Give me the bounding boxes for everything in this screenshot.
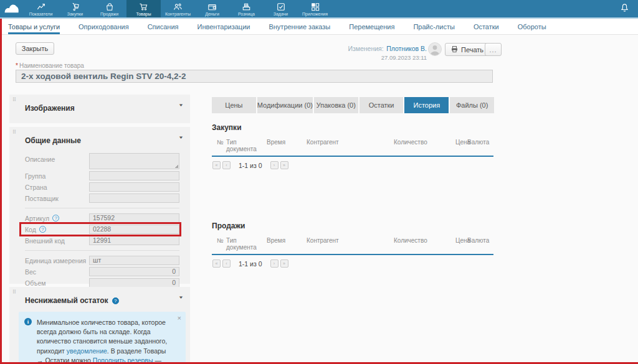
collapse-caret-icon[interactable] bbox=[178, 102, 184, 108]
subtab-stock[interactable]: Остатки bbox=[474, 20, 499, 34]
code-input[interactable]: 02288 bbox=[89, 225, 179, 234]
nav-item-counterparties[interactable]: Контрагенты bbox=[161, 0, 195, 17]
field-volume: Объем 0 bbox=[25, 278, 179, 287]
annotation-left-line bbox=[0, 19, 2, 364]
help-icon[interactable] bbox=[52, 215, 59, 222]
changes-date: 27.09.2023 23:11 bbox=[336, 54, 427, 62]
tab-files[interactable]: Файлы (0) bbox=[450, 97, 494, 113]
table-header-row: № Тип документа Время Контрагент Количес… bbox=[212, 237, 493, 251]
country-input[interactable] bbox=[89, 182, 179, 192]
subtab-internal-orders[interactable]: Внутренние заказы bbox=[269, 20, 330, 34]
min-stock-info-box: Минимальное количество товара, которое в… bbox=[19, 312, 186, 364]
resize-handle[interactable] bbox=[174, 164, 178, 168]
field-external-code: Внешний код 12991 bbox=[25, 236, 179, 245]
next-page-button[interactable] bbox=[270, 161, 279, 169]
last-page-button[interactable] bbox=[280, 161, 288, 169]
nav-item-retail[interactable]: Розница bbox=[229, 0, 264, 17]
nav-item-sales[interactable]: Продажи bbox=[92, 0, 126, 17]
task-check-icon bbox=[277, 2, 285, 11]
nav-item-tasks[interactable]: Задачи bbox=[264, 0, 298, 17]
tab-history[interactable]: История bbox=[404, 97, 449, 113]
pagination-text: 1-1 из 0 bbox=[239, 162, 262, 169]
help-icon[interactable] bbox=[39, 226, 46, 233]
subtab-transfers[interactable]: Перемещения bbox=[349, 20, 394, 34]
close-button[interactable]: Закрыть bbox=[16, 42, 54, 55]
pagination: 1-1 из 0 bbox=[212, 161, 493, 169]
more-actions-button[interactable]: ... bbox=[485, 43, 502, 56]
first-page-button[interactable] bbox=[212, 161, 221, 169]
product-name-label: *Наименование товара bbox=[16, 62, 84, 69]
handtruck-icon bbox=[71, 2, 80, 11]
subtab-receipts[interactable]: Оприходования bbox=[79, 20, 129, 34]
printer-icon bbox=[450, 45, 459, 54]
register-icon bbox=[242, 2, 251, 11]
group-input[interactable] bbox=[89, 171, 179, 180]
section-title: Закупки bbox=[212, 123, 493, 132]
description-textarea[interactable] bbox=[89, 153, 179, 169]
tab-modifications[interactable]: Модификации (0) bbox=[257, 97, 313, 113]
subtab-price-lists[interactable]: Прайс-листы bbox=[413, 20, 454, 34]
tab-stock[interactable]: Остатки bbox=[359, 97, 404, 113]
field-description: Описание bbox=[25, 153, 179, 169]
help-icon[interactable] bbox=[112, 297, 119, 304]
drag-handle-icon[interactable] bbox=[12, 97, 16, 103]
product-name-input[interactable]: 2-х ходовой вентиль Regin STV 20-4,2-2 bbox=[16, 70, 493, 83]
next-page-button[interactable] bbox=[270, 259, 279, 268]
print-label: Печать bbox=[461, 46, 483, 54]
nav-item-dashboard[interactable]: Показатели bbox=[24, 0, 58, 17]
table-header-underline bbox=[212, 156, 493, 157]
divider bbox=[25, 250, 179, 251]
required-mark: * bbox=[16, 62, 18, 69]
subtab-goods-services[interactable]: Товары и услуги bbox=[8, 20, 60, 34]
supplier-input[interactable] bbox=[89, 194, 179, 203]
history-sales-section: Продажи № Тип документа Время Контрагент… bbox=[212, 222, 493, 268]
article-input[interactable]: 157592 bbox=[89, 213, 179, 223]
changes-user-link[interactable]: Плотников В. bbox=[386, 45, 427, 52]
tab-packaging[interactable]: Упаковка (0) bbox=[314, 97, 358, 113]
field-code: Код 02288 bbox=[25, 225, 179, 234]
field-country: Страна bbox=[25, 182, 179, 192]
wallet-icon bbox=[207, 2, 217, 11]
product-card: Закрыть Изменения: Плотников В. 27.09.20… bbox=[0, 35, 638, 364]
panel-images-header[interactable]: Изображения bbox=[9, 95, 190, 113]
drag-handle-icon[interactable] bbox=[12, 129, 16, 135]
collapse-caret-icon[interactable] bbox=[178, 134, 184, 141]
panel-general-data: Общие данные Описание Группа Страна Пост… bbox=[9, 127, 190, 284]
subtab-inventories[interactable]: Инвентаризации bbox=[197, 20, 250, 34]
people-icon bbox=[173, 2, 183, 11]
pagination-text: 1-1 из 0 bbox=[239, 260, 262, 268]
cloud-logo-icon bbox=[4, 1, 20, 16]
field-group: Группа bbox=[25, 171, 179, 180]
nav-item-purchases[interactable]: Закупки bbox=[58, 0, 92, 17]
weight-input[interactable]: 0 bbox=[89, 267, 179, 276]
first-page-button[interactable] bbox=[212, 259, 221, 268]
nav-item-apps[interactable]: Приложения bbox=[298, 0, 332, 17]
collapse-caret-icon[interactable] bbox=[178, 294, 184, 301]
notifications-bell-icon[interactable] bbox=[620, 3, 629, 15]
prev-page-button[interactable] bbox=[222, 259, 231, 268]
unit-input[interactable]: шт bbox=[89, 256, 179, 265]
drag-handle-icon[interactable] bbox=[12, 289, 16, 295]
panel-min-stock-header[interactable]: Неснижаемый остаток bbox=[9, 287, 190, 306]
top-nav: Показатели Закупки Продажи Товары Контра… bbox=[0, 0, 638, 19]
subtab-writeoffs[interactable]: Списания bbox=[148, 20, 179, 34]
close-icon[interactable] bbox=[178, 314, 181, 322]
min-stock-info-text: Минимальное количество товара, которое в… bbox=[37, 318, 172, 364]
external-code-input[interactable]: 12991 bbox=[89, 236, 179, 245]
panel-general-header[interactable]: Общие данные bbox=[9, 127, 190, 146]
notification-link[interactable]: уведомление bbox=[67, 347, 107, 355]
section-title: Продажи bbox=[212, 222, 493, 230]
subtab-turnover[interactable]: Обороты bbox=[518, 20, 546, 34]
info-icon bbox=[24, 318, 32, 325]
app-logo[interactable] bbox=[0, 0, 24, 17]
last-page-button[interactable] bbox=[280, 259, 288, 268]
prev-page-button[interactable] bbox=[222, 161, 231, 169]
nav-item-products[interactable]: Товары bbox=[126, 0, 161, 17]
table-header-underline bbox=[212, 254, 493, 255]
volume-input[interactable]: 0 bbox=[89, 278, 179, 287]
nav-item-money[interactable]: Деньги bbox=[195, 0, 229, 17]
tab-prices[interactable]: Цены bbox=[212, 97, 256, 113]
changes-label: Изменения: bbox=[348, 45, 383, 52]
user-avatar[interactable] bbox=[428, 42, 442, 56]
apps-grid-icon bbox=[311, 2, 320, 11]
